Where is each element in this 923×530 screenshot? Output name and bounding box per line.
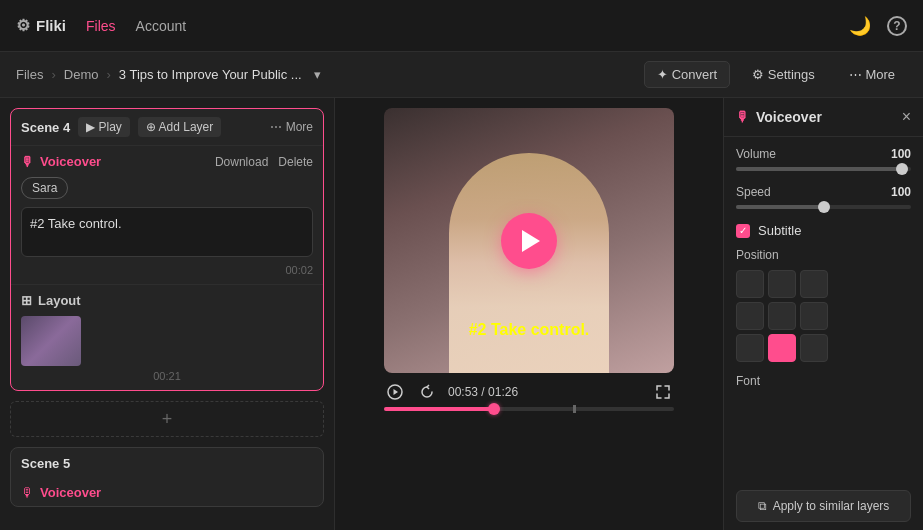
replay-icon: [419, 384, 435, 400]
pos-cell-5[interactable]: [800, 302, 828, 330]
volume-slider[interactable]: [736, 167, 911, 171]
apply-button[interactable]: ⧉ Apply to similar layers: [736, 490, 911, 522]
nav-account[interactable]: Account: [136, 18, 187, 34]
voiceover-header: 🎙 Voiceover Download Delete: [21, 154, 313, 169]
progress-bar-container[interactable]: [384, 407, 674, 411]
nav-right: 🌙 ?: [849, 15, 907, 37]
scene-5-block: Scene 5 🎙 Voiceover: [10, 447, 324, 507]
voiceover-timestamp: 00:02: [21, 264, 313, 276]
fullscreen-icon: [655, 384, 671, 400]
speed-row: Speed 100: [736, 185, 911, 199]
right-panel-title: 🎙 Voiceover: [736, 109, 822, 125]
convert-button[interactable]: ✦ Convert: [644, 61, 730, 88]
scene-5-voiceover: 🎙 Voiceover: [11, 479, 323, 506]
volume-value: 100: [891, 147, 911, 161]
pos-cell-4[interactable]: [768, 302, 796, 330]
play-overlay-button[interactable]: [501, 213, 557, 269]
scene-5-mic-icon: 🎙: [21, 485, 34, 500]
top-nav: ⚙ Fliki Files Account 🌙 ?: [0, 0, 923, 52]
layout-section: ⊞ Layout 00:21: [11, 285, 323, 390]
mic-icon: 🎙: [21, 154, 34, 169]
help-circle-icon: ?: [887, 16, 907, 36]
delete-link[interactable]: Delete: [278, 155, 313, 169]
pos-cell-0[interactable]: [736, 270, 764, 298]
nav-files[interactable]: Files: [86, 18, 116, 34]
fullscreen-button[interactable]: [652, 381, 674, 403]
volume-thumb[interactable]: [896, 163, 908, 175]
progress-marker: [573, 405, 576, 413]
play-icon: [387, 384, 403, 400]
scene-5-header: Scene 5: [11, 448, 323, 479]
scene-4-more-button[interactable]: ⋯ More: [270, 120, 313, 134]
replay-button[interactable]: [416, 381, 438, 403]
breadcrumb-demo[interactable]: Demo: [64, 67, 99, 82]
settings-button[interactable]: ⚙ Settings: [740, 62, 827, 87]
left-panel: Scene 4 ▶ Play ⊕ Add Layer ⋯ More 🎙 Voic…: [0, 98, 335, 530]
pos-cell-7[interactable]: [768, 334, 796, 362]
breadcrumb-files[interactable]: Files: [16, 67, 43, 82]
position-label: Position: [736, 248, 911, 262]
speed-thumb[interactable]: [818, 201, 830, 213]
gear-icon: ⚙: [16, 16, 30, 35]
app-name: Fliki: [36, 17, 66, 34]
play-triangle-icon: [522, 230, 540, 252]
voiceover-text-input[interactable]: #2 Take control.: [21, 207, 313, 257]
layout-thumb-image: [21, 316, 81, 366]
breadcrumb-sep-1: ›: [51, 67, 55, 82]
speed-label: Speed: [736, 185, 771, 199]
right-panel-header: 🎙 Voiceover ×: [724, 98, 923, 137]
volume-fill: [736, 167, 902, 171]
scene-4-add-layer-button[interactable]: ⊕ Add Layer: [138, 117, 221, 137]
breadcrumb-sep-2: ›: [106, 67, 110, 82]
subtitle-checkbox[interactable]: ✓: [736, 224, 750, 238]
add-scene-button[interactable]: +: [10, 401, 324, 437]
download-link[interactable]: Download: [215, 155, 268, 169]
position-grid: [736, 270, 911, 362]
scene-4-title: Scene 4: [21, 120, 70, 135]
breadcrumb-chevron-icon[interactable]: ▾: [314, 67, 321, 82]
subtitle-overlay: #2 Take control.: [461, 317, 598, 343]
right-panel-content: Volume 100 Speed 100 ✓ Subtitle: [724, 137, 923, 482]
breadcrumb-actions: ✦ Convert ⚙ Settings ⋯ More: [644, 61, 907, 88]
panel-mic-icon: 🎙: [736, 109, 750, 125]
main-layout: Scene 4 ▶ Play ⊕ Add Layer ⋯ More 🎙 Voic…: [0, 98, 923, 530]
pos-cell-3[interactable]: [736, 302, 764, 330]
scene-4-header: Scene 4 ▶ Play ⊕ Add Layer ⋯ More: [11, 109, 323, 146]
pos-cell-1[interactable]: [768, 270, 796, 298]
voice-tag[interactable]: Sara: [21, 177, 68, 199]
progress-fill: [384, 407, 494, 411]
scene-4-play-button[interactable]: ▶ Play: [78, 117, 130, 137]
progress-track[interactable]: [384, 407, 674, 411]
scene-5-voiceover-label: Voiceover: [40, 485, 101, 500]
pos-cell-6[interactable]: [736, 334, 764, 362]
video-controls: 00:53 / 01:26: [384, 381, 674, 403]
time-display: 00:53 / 01:26: [448, 385, 518, 399]
more-button[interactable]: ⋯ More: [837, 62, 907, 87]
right-panel: 🎙 Voiceover × Volume 100 Speed 100: [723, 98, 923, 530]
progress-thumb[interactable]: [488, 403, 500, 415]
subtitle-label: Subtitle: [758, 223, 801, 238]
pos-cell-2[interactable]: [800, 270, 828, 298]
breadcrumb-current: 3 Tips to Improve Your Public ...: [119, 67, 302, 82]
volume-label: Volume: [736, 147, 776, 161]
voiceover-label: 🎙 Voiceover: [21, 154, 101, 169]
pos-cell-8[interactable]: [800, 334, 828, 362]
moon-icon-button[interactable]: 🌙: [849, 15, 871, 37]
apply-label: Apply to similar layers: [773, 499, 890, 513]
font-section: Font: [736, 374, 911, 388]
layout-title: Layout: [38, 293, 81, 308]
svg-marker-1: [394, 389, 399, 395]
video-container: #2 Take control.: [384, 108, 674, 373]
layout-thumbnail[interactable]: [21, 316, 81, 366]
subtitle-row: ✓ Subtitle: [736, 223, 911, 238]
apply-icon: ⧉: [758, 499, 767, 513]
breadcrumb-bar: Files › Demo › 3 Tips to Improve Your Pu…: [0, 52, 923, 98]
help-icon-button[interactable]: ?: [887, 16, 907, 36]
speed-slider[interactable]: [736, 205, 911, 209]
app-logo: ⚙ Fliki: [16, 16, 66, 35]
voiceover-title: Voiceover: [40, 154, 101, 169]
panel-close-button[interactable]: ×: [902, 108, 911, 126]
play-button[interactable]: [384, 381, 406, 403]
scene-5-title: Scene 5: [21, 456, 70, 471]
volume-row: Volume 100: [736, 147, 911, 161]
